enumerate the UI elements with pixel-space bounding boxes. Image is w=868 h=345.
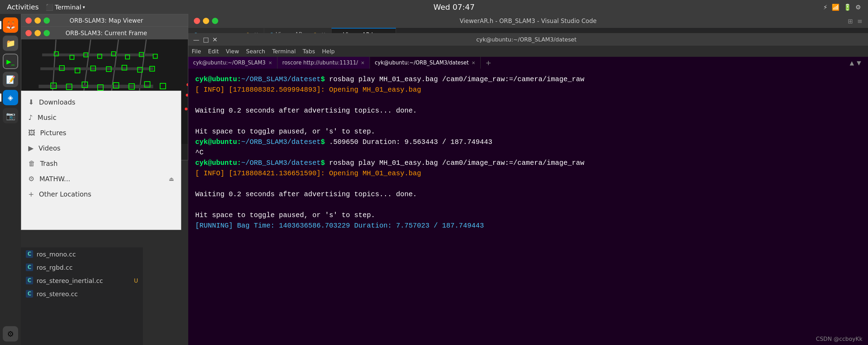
vscode-close[interactable] xyxy=(194,18,200,24)
menu-search[interactable]: Search xyxy=(246,48,265,55)
terminal-close[interactable]: ✕ xyxy=(212,36,218,43)
eject-icon[interactable]: ⏏ xyxy=(169,176,174,182)
terminal-icon: ⬛ xyxy=(46,3,53,11)
term-line-2: [ INFO] [1718808382.509994893]: Opening … xyxy=(195,85,861,95)
term-tab-3[interactable]: cyk@ubuntu:~/ORB_SLAM3/dateset ✕ xyxy=(370,57,481,69)
dock-terminal[interactable]: ▶_ xyxy=(3,54,18,69)
fm-item-mathw[interactable]: ⚙ MATHW... ⏏ xyxy=(21,171,181,186)
files-icon: 📁 xyxy=(6,39,15,48)
fm-pictures-label: Pictures xyxy=(40,129,66,137)
term-line-10: Hit space to toggle paused, or 's' to st… xyxy=(195,210,861,221)
file-name-ros-stereo: ros_stereo.cc xyxy=(37,290,78,298)
terminal-menu-button[interactable]: ⬛ Terminal ▾ xyxy=(46,3,85,11)
c-file-icon-2: C xyxy=(26,263,33,271)
term-line-6: ^C xyxy=(195,147,861,158)
menu-terminal[interactable]: Terminal xyxy=(272,48,296,55)
vscode-minimize[interactable] xyxy=(203,18,209,24)
term-line-3: Waiting 0.2 seconds after advertising to… xyxy=(195,106,861,116)
terminal-menu-bar: File Edit View Search Terminal Tabs Help xyxy=(188,46,868,57)
application-dock: 🦊 📁 ▶_ 📝 ◈ 📷 ⚙️ xyxy=(0,14,21,345)
system-tray: ⚡ 📶 🔋 ⚙ xyxy=(823,3,861,11)
terminal-body[interactable]: cyk@ubuntu:~/ORB_SLAM3/dateset$ rosbag p… xyxy=(188,69,868,345)
activities-button[interactable]: Activities xyxy=(7,3,39,11)
menu-edit[interactable]: Edit xyxy=(208,48,219,55)
dock-files[interactable]: 📁 xyxy=(3,36,18,51)
map-viewer-maximize[interactable] xyxy=(44,17,50,24)
dock-text[interactable]: 📝 xyxy=(3,72,18,87)
term-line-blank-1 xyxy=(195,95,861,106)
fm-item-pictures[interactable]: 🖼 Pictures xyxy=(21,125,181,140)
music-icon: ♪ xyxy=(28,113,33,122)
fm-item-videos[interactable]: ▶ Videos xyxy=(21,140,181,156)
terminal-dock-icon: ▶_ xyxy=(7,58,15,65)
file-item-ros-rgbd[interactable]: C ros_rgbd.cc xyxy=(21,261,143,274)
settings-icon: ⚙ xyxy=(855,3,861,11)
menu-tabs[interactable]: Tabs xyxy=(303,48,315,55)
map-viewer-controls xyxy=(25,17,50,24)
vscode-maximize[interactable] xyxy=(212,18,218,24)
firefox-icon: 🦊 xyxy=(6,21,15,30)
map-viewer-minimize[interactable] xyxy=(35,17,41,24)
scroll-down-icon[interactable]: ▼ xyxy=(857,60,861,66)
terminal-maximize[interactable]: □ xyxy=(203,36,209,43)
term-tab-3-close[interactable]: ✕ xyxy=(472,60,475,66)
map-viewer-close[interactable] xyxy=(25,17,32,24)
file-name-ros-mono: ros_mono.cc xyxy=(37,251,76,258)
vscode-icon: ◈ xyxy=(8,93,13,102)
menu-help[interactable]: Help xyxy=(322,48,335,55)
terminal-tab-controls: ▲ ▼ xyxy=(850,60,868,66)
split-editor-icon[interactable]: ⊞ xyxy=(848,17,853,25)
menu-view[interactable]: View xyxy=(226,48,239,55)
file-manager: ⬇ Downloads ♪ Music 🖼 Pictures ▶ Videos … xyxy=(21,91,181,230)
term-line-8: [ INFO] [1718808421.136651590]: Opening … xyxy=(195,168,861,179)
term-line-7: cyk@ubuntu:~/ORB_SLAM3/dateset$ rosbag p… xyxy=(195,158,861,168)
term-tab-2-label: roscore http://ubuntu:11311/ xyxy=(282,60,358,66)
term-tab-2-close[interactable]: ✕ xyxy=(361,60,365,66)
current-frame-minimize[interactable] xyxy=(35,30,41,36)
terminal-window: — □ ✕ cyk@ubuntu:~/ORB_SLAM3/dateset Fil… xyxy=(188,33,868,345)
terminal-minimize[interactable]: — xyxy=(193,36,199,43)
dock-vscode[interactable]: ◈ xyxy=(3,90,18,105)
term-tab-1-close[interactable]: ✕ xyxy=(268,60,272,66)
current-frame-title: ORB-SLAM3: Current Frame xyxy=(66,30,147,37)
term-tab-1[interactable]: cyk@ubuntu:~/ORB_SLAM3 ✕ xyxy=(188,57,277,69)
fm-item-music[interactable]: ♪ Music xyxy=(21,110,181,125)
battery-icon: 🔋 xyxy=(844,3,851,11)
fm-item-other-locations[interactable]: + Other Locations xyxy=(21,186,181,202)
scroll-up-icon[interactable]: ▲ xyxy=(850,60,854,66)
c-file-icon-4: C xyxy=(26,290,33,298)
term-line-5: cyk@ubuntu:~/ORB_SLAM3/dateset$ .509650 … xyxy=(195,137,861,147)
file-item-ros-stereo-inertial[interactable]: C ros_stereo_inertial.cc U xyxy=(21,274,143,287)
term-tab-2[interactable]: roscore http://ubuntu:11311/ ✕ xyxy=(277,57,370,69)
top-bar: Activities ⬛ Terminal ▾ Wed 07:47 ⚡ 📶 🔋 … xyxy=(0,0,868,14)
other-locations-icon: + xyxy=(28,190,34,198)
file-item-ros-mono[interactable]: C ros_mono.cc xyxy=(21,247,143,261)
camera-icon: 📷 xyxy=(6,112,15,120)
fm-item-downloads[interactable]: ⬇ Downloads xyxy=(21,94,181,110)
watermark: CSDN @ccboyKk xyxy=(816,336,862,342)
fm-other-locations-label: Other Locations xyxy=(39,190,91,198)
svg-rect-7 xyxy=(39,85,153,88)
term-line-1: cyk@ubuntu:~/ORB_SLAM3/dateset$ rosbag p… xyxy=(195,74,861,85)
file-item-ros-stereo[interactable]: C ros_stereo.cc xyxy=(21,287,143,300)
downloads-icon: ⬇ xyxy=(28,98,34,106)
menu-file[interactable]: File xyxy=(192,48,201,55)
dock-settings[interactable]: ⚙️ xyxy=(3,326,18,342)
term-tab-3-label: cyk@ubuntu:~/ORB_SLAM3/dateset xyxy=(375,60,469,66)
new-tab-button[interactable]: + xyxy=(481,59,496,67)
map-viewer-title: ORB-SLAM3: Map Viewer xyxy=(70,17,143,24)
term-line-blank-3 xyxy=(195,179,861,189)
dock-camera[interactable]: 📷 xyxy=(3,108,18,123)
current-frame-close[interactable] xyxy=(25,30,32,36)
fm-music-label: Music xyxy=(38,114,56,121)
chevron-down-icon: ▾ xyxy=(83,5,85,10)
dock-firefox[interactable]: 🦊 xyxy=(3,17,18,33)
fm-videos-label: Videos xyxy=(38,144,60,152)
map-viewer-titlebar: ORB-SLAM3: Map Viewer xyxy=(21,14,188,27)
vscode-toolbar-right: ⊞ ≡ xyxy=(848,17,862,25)
fm-item-trash[interactable]: 🗑 Trash xyxy=(21,156,181,171)
terminal-titlebar: — □ ✕ cyk@ubuntu:~/ORB_SLAM3/dateset xyxy=(188,33,868,46)
more-icon[interactable]: ≡ xyxy=(857,17,862,25)
current-frame-maximize[interactable] xyxy=(44,30,50,36)
text-editor-icon: 📝 xyxy=(6,75,15,84)
